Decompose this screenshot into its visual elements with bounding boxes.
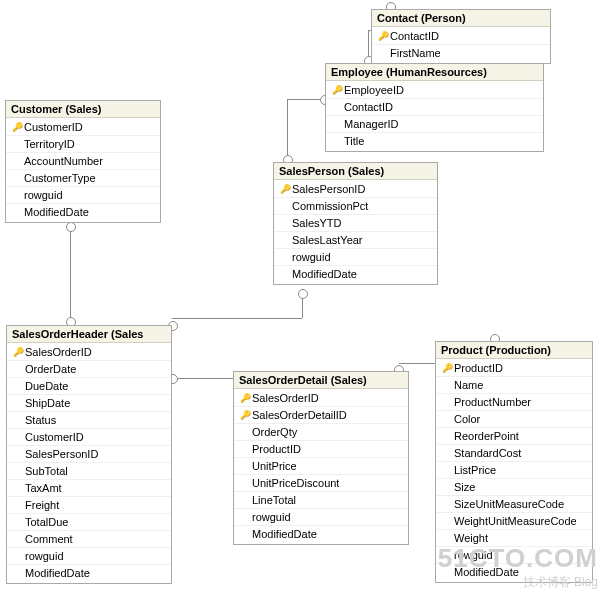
column-name: AccountNumber <box>24 155 103 167</box>
column-name: SalesPersonID <box>292 183 365 195</box>
table-column: OrderDate <box>7 360 171 377</box>
table-column: Color <box>436 410 592 427</box>
table-column: 🔑ProductID <box>436 360 592 376</box>
relation-line <box>172 318 302 319</box>
table-column: rowguid <box>234 508 408 525</box>
column-name: WeightUnitMeasureCode <box>454 515 577 527</box>
table-column: ModifiedDate <box>274 265 437 282</box>
table-contact[interactable]: Contact (Person) 🔑ContactIDFirstName <box>371 9 551 64</box>
table-column: ManagerID <box>326 115 543 132</box>
column-name: ProductID <box>252 443 301 455</box>
table-column: TotalDue <box>7 513 171 530</box>
column-name: rowguid <box>292 251 331 263</box>
column-name: Weight <box>454 532 488 544</box>
table-column: SalesPersonID <box>7 445 171 462</box>
column-name: rowguid <box>24 189 63 201</box>
table-column: 🔑EmployeeID <box>326 82 543 98</box>
column-name: rowguid <box>252 511 291 523</box>
table-column: 🔑SalesOrderID <box>234 390 408 406</box>
table-column: 🔑CustomerID <box>6 119 160 135</box>
table-column: ModifiedDate <box>436 563 592 580</box>
column-name: SalesPersonID <box>25 448 98 460</box>
table-columns: 🔑SalesPersonIDCommissionPctSalesYTDSales… <box>274 180 437 284</box>
table-column: SalesLastYear <box>274 231 437 248</box>
table-title: Employee (HumanResources) <box>326 64 543 81</box>
column-name: CommissionPct <box>292 200 368 212</box>
table-column: LineTotal <box>234 491 408 508</box>
table-customer[interactable]: Customer (Sales) 🔑CustomerIDTerritoryIDA… <box>5 100 161 223</box>
column-name: SalesYTD <box>292 217 342 229</box>
relation-line <box>368 30 369 57</box>
table-columns: 🔑EmployeeIDContactIDManagerIDTitle <box>326 81 543 151</box>
column-name: FirstName <box>390 47 441 59</box>
table-column: ProductID <box>234 440 408 457</box>
table-column: UnitPrice <box>234 457 408 474</box>
column-name: ModifiedDate <box>25 567 90 579</box>
table-title: Contact (Person) <box>372 10 550 27</box>
column-name: ModifiedDate <box>24 206 89 218</box>
column-name: UnitPriceDiscount <box>252 477 339 489</box>
column-name: Comment <box>25 533 73 545</box>
table-columns: 🔑SalesOrderID🔑SalesOrderDetailIDOrderQty… <box>234 389 408 544</box>
table-column: StandardCost <box>436 444 592 461</box>
relation-cap <box>298 289 308 299</box>
column-name: CustomerID <box>24 121 83 133</box>
relation-line <box>287 99 288 156</box>
relation-line <box>70 231 71 319</box>
table-column: Comment <box>7 530 171 547</box>
table-sod[interactable]: SalesOrderDetail (Sales) 🔑SalesOrderID🔑S… <box>233 371 409 545</box>
table-column: ListPrice <box>436 461 592 478</box>
primary-key-icon: 🔑 <box>11 347 25 357</box>
column-name: ModifiedDate <box>252 528 317 540</box>
table-column: rowguid <box>6 186 160 203</box>
table-columns: 🔑SalesOrderIDOrderDateDueDateShipDateSta… <box>7 343 171 583</box>
table-salesperson[interactable]: SalesPerson (Sales) 🔑SalesPersonIDCommis… <box>273 162 438 285</box>
table-column: TaxAmt <box>7 479 171 496</box>
table-column: UnitPriceDiscount <box>234 474 408 491</box>
column-name: ModifiedDate <box>292 268 357 280</box>
table-column: FirstName <box>372 44 550 61</box>
primary-key-icon: 🔑 <box>278 184 292 194</box>
table-column: CustomerType <box>6 169 160 186</box>
column-name: DueDate <box>25 380 68 392</box>
column-name: UnitPrice <box>252 460 297 472</box>
column-name: TaxAmt <box>25 482 62 494</box>
column-name: CustomerType <box>24 172 96 184</box>
table-column: ProductNumber <box>436 393 592 410</box>
table-title: Product (Production) <box>436 342 592 359</box>
table-product[interactable]: Product (Production) 🔑ProductIDNameProdu… <box>435 341 593 583</box>
table-column: Size <box>436 478 592 495</box>
column-name: CustomerID <box>25 431 84 443</box>
table-columns: 🔑ContactIDFirstName <box>372 27 550 63</box>
primary-key-icon: 🔑 <box>238 393 252 403</box>
table-column: Title <box>326 132 543 149</box>
column-name: ModifiedDate <box>454 566 519 578</box>
column-name: SizeUnitMeasureCode <box>454 498 564 510</box>
relation-line <box>302 298 303 318</box>
column-name: EmployeeID <box>344 84 404 96</box>
table-column: Status <box>7 411 171 428</box>
table-column: CommissionPct <box>274 197 437 214</box>
column-name: Status <box>25 414 56 426</box>
table-column: Weight <box>436 529 592 546</box>
table-column: ModifiedDate <box>234 525 408 542</box>
column-name: SalesLastYear <box>292 234 363 246</box>
table-column: ShipDate <box>7 394 171 411</box>
table-title: SalesOrderHeader (Sales <box>7 326 171 343</box>
column-name: SalesOrderDetailID <box>252 409 347 421</box>
table-column: SubTotal <box>7 462 171 479</box>
column-name: LineTotal <box>252 494 296 506</box>
table-employee[interactable]: Employee (HumanResources) 🔑EmployeeIDCon… <box>325 63 544 152</box>
table-column: SizeUnitMeasureCode <box>436 495 592 512</box>
table-title: SalesOrderDetail (Sales) <box>234 372 408 389</box>
table-column: Name <box>436 376 592 393</box>
table-columns: 🔑CustomerIDTerritoryIDAccountNumberCusto… <box>6 118 160 222</box>
column-name: ContactID <box>344 101 393 113</box>
table-column: rowguid <box>274 248 437 265</box>
primary-key-icon: 🔑 <box>238 410 252 420</box>
column-name: Color <box>454 413 480 425</box>
column-name: StandardCost <box>454 447 521 459</box>
primary-key-icon: 🔑 <box>10 122 24 132</box>
table-soh[interactable]: SalesOrderHeader (Sales 🔑SalesOrderIDOrd… <box>6 325 172 584</box>
column-name: SalesOrderID <box>25 346 92 358</box>
